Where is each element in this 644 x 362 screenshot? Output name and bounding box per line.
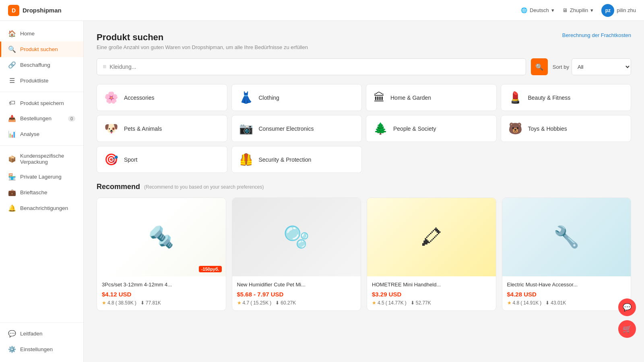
sidebar-item-guide[interactable]: 💬 Leitfaden: [0, 326, 83, 341]
sort-wrap: Sort by All Price: Low to High Price: Hi…: [553, 58, 631, 75]
search-prefix-icon: ≡: [103, 63, 106, 70]
sidebar-item-save-product[interactable]: 🏷 Produkt speichern: [0, 95, 83, 111]
sort-select[interactable]: All Price: Low to High Price: High to Lo…: [572, 58, 631, 75]
avatar: pz: [601, 4, 614, 17]
product-price-p4: $4.28 USD: [507, 291, 626, 298]
bell-icon: 🔔: [8, 204, 16, 212]
product-badge-p1: -150руб.: [199, 266, 222, 272]
toys-hobbies-label: Toys & Hobbies: [528, 125, 567, 132]
product-name-p1: 3Pcs/set 3-12mm 4-12mm 4...: [102, 281, 221, 288]
sidebar-label-notifications: Benachrichtigungen: [20, 205, 68, 211]
star-icon: ★: [102, 300, 106, 306]
language-selector[interactable]: 🌐 Deutsch ▾: [521, 7, 554, 13]
product-downloads-p4: ⬇ 43.01K: [545, 300, 566, 306]
people-society-label: People & Society: [393, 125, 436, 132]
guide-icon: 💬: [8, 330, 16, 337]
globe-icon: 🌐: [521, 7, 527, 13]
recommend-title: Recommend: [97, 183, 140, 191]
briefcase-icon: 💼: [8, 189, 16, 196]
category-people-society[interactable]: 🌲 People & Society: [366, 115, 497, 142]
product-meta-p3: ★ 4.5 (14.77K) ⬇ 52.77K: [372, 300, 491, 306]
sidebar-label-home: Home: [20, 31, 35, 37]
sidebar-item-analyse[interactable]: 📊 Analyse: [0, 126, 83, 142]
category-consumer-electronics[interactable]: 📷 Consumer Electronics: [231, 115, 362, 142]
star-icon-p3: ★: [372, 300, 376, 306]
home-garden-icon: 🏛: [374, 91, 385, 104]
category-beauty-fitness[interactable]: 💄 Beauty & Fitness: [501, 84, 632, 111]
product-meta-p1: ★ 4.8 (38.59K) ⬇ 77.81K: [102, 300, 221, 306]
user-menu[interactable]: pz pilin zhu: [601, 4, 636, 17]
product-info-p3: HOMETREE Mini Handheld... $3.29 USD ★ 4.…: [367, 276, 496, 311]
product-name-p2: New Humidifier Cute Pet Mi...: [237, 281, 356, 288]
sidebar-item-briefcase[interactable]: 💼 Brieftasche: [0, 185, 83, 200]
product-image-p2: 🫧: [232, 198, 361, 276]
recommend-subtitle: (Recommend to you based on your search p…: [144, 184, 264, 190]
freight-link[interactable]: Berechnung der Frachtkosten: [562, 32, 631, 38]
beauty-fitness-icon: 💄: [508, 91, 522, 104]
product-rating-p1: ★ 4.8 (38.59K): [102, 300, 136, 306]
home-garden-label: Home & Garden: [390, 95, 431, 101]
category-toys-hobbies[interactable]: 🐻 Toys & Hobbies: [501, 115, 632, 142]
category-security-protection[interactable]: 🦺 Security & Protection: [231, 146, 362, 173]
download-icon-p2: ⬇: [275, 300, 279, 306]
beauty-fitness-label: Beauty & Fitness: [528, 95, 571, 101]
category-clothing[interactable]: 👗 Clothing: [231, 84, 362, 111]
download-icon: ⬇: [140, 300, 144, 306]
sport-icon: 🎯: [104, 153, 118, 166]
search-button[interactable]: 🔍: [531, 58, 548, 75]
product-meta-p4: ★ 4.8 (14.91K) ⬇ 43.01K: [507, 300, 626, 306]
sidebar-label-analyse: Analyse: [20, 131, 39, 137]
product-info-p4: Electric Must-Have Accessor... $4.28 USD…: [502, 276, 631, 311]
sidebar-item-private-storage[interactable]: 🏪 Private Lagerung: [0, 169, 83, 185]
category-pets-animals[interactable]: 🐶 Pets & Animals: [97, 115, 227, 142]
page-header: Produkt suchen Eine große Anzahl von gut…: [97, 32, 631, 50]
sidebar-item-custom-packaging[interactable]: 📦 Kundenspezifische Verpackung: [0, 149, 83, 169]
toys-hobbies-icon: 🐻: [508, 122, 522, 135]
product-info-p1: 3Pcs/set 3-12mm 4-12mm 4... $4.12 USD ★ …: [97, 276, 226, 311]
download-icon-p4: ⬇: [545, 300, 549, 306]
product-rating-p3: ★ 4.5 (14.77K): [372, 300, 407, 306]
sidebar-item-product-list[interactable]: ☰ Produktliste: [0, 73, 83, 88]
search-input-wrap: ≡: [97, 58, 526, 75]
category-accessories[interactable]: 🌸 Accessories: [97, 84, 227, 111]
page-title: Produkt suchen: [97, 32, 308, 43]
search-input[interactable]: [109, 64, 520, 70]
product-info-p2: New Humidifier Cute Pet Mi... $5.68 - 7.…: [232, 276, 361, 311]
logo-text: Dropshipman: [23, 7, 62, 14]
logo-icon: D: [8, 5, 19, 16]
chat-fab-button[interactable]: 💬: [618, 298, 636, 316]
topbar: D Dropshipman 🌐 Deutsch ▾ 🖥 Zhupilin ▾ p…: [0, 0, 644, 21]
pets-animals-icon: 🐶: [104, 122, 118, 135]
accessories-label: Accessories: [124, 95, 154, 101]
chevron-down-icon-store: ▾: [590, 7, 593, 13]
clothing-label: Clothing: [259, 95, 279, 101]
cart-fab-button[interactable]: 🛒: [618, 320, 636, 338]
accessories-icon: 🌸: [104, 91, 118, 104]
topbar-right: 🌐 Deutsch ▾ 🖥 Zhupilin ▾ pz pilin zhu: [521, 4, 636, 17]
sidebar-item-sourcing[interactable]: 🔗 Beschaffung: [0, 57, 83, 73]
security-protection-icon: 🦺: [239, 153, 253, 166]
product-card-p1[interactable]: 🔩 -150руб. 3Pcs/set 3-12mm 4-12mm 4... $…: [97, 197, 226, 311]
search-bar: ≡ 🔍 Sort by All Price: Low to High Price…: [97, 58, 631, 75]
consumer-electronics-icon: 📷: [239, 122, 253, 135]
sidebar-label-custom-packaging: Kundenspezifische Verpackung: [20, 153, 75, 165]
category-home-garden[interactable]: 🏛 Home & Garden: [366, 84, 497, 111]
star-icon-p2: ★: [237, 300, 242, 306]
product-card-p3[interactable]: 🖍 HOMETREE Mini Handheld... $3.29 USD ★ …: [367, 197, 496, 311]
sidebar-item-settings[interactable]: ⚙️ Einstellungen: [0, 341, 83, 357]
clothing-icon: 👗: [239, 91, 253, 104]
product-card-p2[interactable]: 🫧 New Humidifier Cute Pet Mi... $5.68 - …: [232, 197, 361, 311]
product-card-p4[interactable]: 🔧 Electric Must-Have Accessor... $4.28 U…: [502, 197, 632, 311]
sidebar-item-home[interactable]: 🏠 Home: [0, 26, 83, 41]
orders-badge: 0: [68, 116, 75, 121]
sidebar-item-orders[interactable]: 📥 Bestellungen 0: [0, 111, 83, 126]
sidebar-item-product-search[interactable]: 🔍 Produkt suchen: [0, 41, 83, 57]
store-selector[interactable]: 🖥 Zhupilin ▾: [562, 7, 594, 13]
sort-label: Sort by: [553, 64, 569, 70]
store-icon: 🖥: [562, 7, 568, 13]
product-downloads-p2: ⬇ 60.27K: [275, 300, 296, 306]
product-price-p2: $5.68 - 7.97 USD: [237, 291, 356, 298]
category-sport[interactable]: 🎯 Sport: [97, 146, 227, 173]
main-content: Produkt suchen Eine große Anzahl von gut…: [84, 21, 644, 362]
sidebar-item-notifications[interactable]: 🔔 Benachrichtigungen: [0, 200, 83, 216]
